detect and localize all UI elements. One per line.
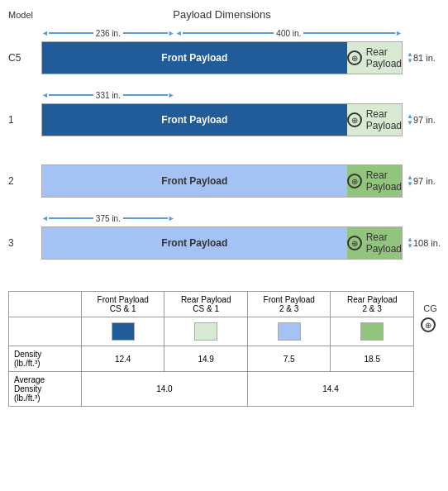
cg-column: CG ⊕ <box>414 279 440 332</box>
swatch-cs1-front <box>112 322 135 341</box>
model-section-3: ◄ 375 in. ► 3 Front Payload ⊕ Rear Paylo… <box>8 212 440 260</box>
m2-payload-bar: Front Payload ⊕ Rear Payload <box>41 164 403 198</box>
model-column-header: Model <box>8 10 41 20</box>
swatch-23-rear <box>360 322 384 341</box>
density-cs1-front: 12.4 <box>81 346 164 372</box>
c5-payload-bar: Front Payload ⊕ Rear Payload <box>41 41 403 74</box>
density-label: Density(lb./ft.³) <box>9 346 82 372</box>
header-row: Model Payload Dimensions <box>8 8 440 21</box>
c5-rear-dim: 400 in. <box>274 29 303 38</box>
c5-bar-row: C5 Front Payload ⊕ Rear Payload ▲ ▼ <box>8 41 440 74</box>
swatch-23-front <box>278 322 301 341</box>
m1-front-dim: 331 in. <box>93 91 123 100</box>
c5-rear-payload: ⊕ Rear Payload <box>347 42 402 74</box>
m2-cg-symbol: ⊕ <box>347 174 362 188</box>
table-header-cs1-rear: Rear PayloadCS & 1 <box>164 292 248 317</box>
density-cs1-rear: 14.9 <box>164 346 248 372</box>
arrow-right-c5-rear: ► <box>395 29 403 37</box>
m2-bar-row: 2 Front Payload ⊕ Rear Payload ▲ ▼ <box>8 164 440 198</box>
table-header-23-front: Front Payload2 & 3 <box>247 292 331 317</box>
m1-diagram: Front Payload ⊕ Rear Payload <box>41 103 403 136</box>
table-swatch-cs1-front <box>81 317 164 346</box>
m3-height: ▲ ▼ 108 in. <box>403 236 440 250</box>
table-wrapper: Front PayloadCS & 1 Rear PayloadCS & 1 F… <box>8 279 440 407</box>
avg-density-cs1: 14.0 <box>81 372 247 407</box>
table-swatch-row <box>9 317 414 346</box>
avg-density-row: AverageDensity(lb./ft.³) 14.0 14.4 <box>9 372 414 407</box>
model-section-c5: ◄ 236 in. ► ◄ 400 in. ► C5 Front Payload <box>8 27 440 74</box>
m2-rear-payload: ⊕ Rear Payload <box>347 165 402 197</box>
table-empty-header <box>9 292 82 317</box>
m2-diagram: Front Payload ⊕ Rear Payload <box>41 164 403 198</box>
m3-front-payload: Front Payload <box>42 227 347 259</box>
avg-density-label: AverageDensity(lb./ft.³) <box>9 372 82 407</box>
table-swatch-empty <box>9 317 82 346</box>
table-swatch-cs1-rear <box>164 317 248 346</box>
c5-height: ▲ ▼ 81 in. <box>403 51 440 64</box>
cg-label: CG <box>423 303 437 313</box>
m3-rear-payload: ⊕ Rear Payload <box>347 227 402 259</box>
c5-front-payload: Front Payload <box>42 42 347 74</box>
model-section-2: 2 Front Payload ⊕ Rear Payload ▲ ▼ <box>8 151 440 198</box>
m2-label: 2 <box>8 175 41 187</box>
table-header-cs1-front: Front PayloadCS & 1 <box>81 292 164 317</box>
payload-column-header: Payload Dimensions <box>41 8 403 21</box>
c5-label: C5 <box>8 52 41 64</box>
m2-height: ▲ ▼ 97 in. <box>403 174 440 188</box>
m3-cg-symbol: ⊕ <box>347 236 362 250</box>
m3-bar-row: 3 Front Payload ⊕ Rear Payload ▲ ▼ <box>8 226 440 260</box>
density-row: Density(lb./ft.³) 12.4 14.9 7.5 18.5 <box>9 346 414 372</box>
m1-front-payload: Front Payload <box>42 104 347 136</box>
m2-front-payload: Front Payload <box>42 165 347 197</box>
table-swatch-23-rear <box>331 317 414 346</box>
m3-payload-bar: Front Payload ⊕ Rear Payload <box>41 226 403 260</box>
cg-symbol-table: ⊕ <box>421 317 436 332</box>
density-23-rear: 18.5 <box>331 346 414 372</box>
avg-density-23: 14.4 <box>247 372 413 407</box>
table-header-23-rear: Rear Payload2 & 3 <box>331 292 414 317</box>
arrow-right-c5-front: ► <box>168 29 175 37</box>
m1-payload-bar: Front Payload ⊕ Rear Payload <box>41 103 403 136</box>
swatch-cs1-rear <box>194 322 217 341</box>
density-23-front: 7.5 <box>247 346 331 372</box>
table-header-row: Front PayloadCS & 1 Rear PayloadCS & 1 F… <box>9 292 414 317</box>
page-container: Model Payload Dimensions ◄ 236 in. ► ◄ 4… <box>8 8 440 407</box>
c5-cg-symbol: ⊕ <box>347 50 362 65</box>
m1-rear-payload: ⊕ Rear Payload <box>347 104 402 136</box>
arrow-left-c5-front: ◄ <box>41 29 49 37</box>
m1-bar-row: 1 Front Payload ⊕ Rear Payload ▲ ▼ <box>8 103 440 136</box>
table-swatch-23-front <box>247 317 331 346</box>
density-table: Front PayloadCS & 1 Rear PayloadCS & 1 F… <box>8 291 414 407</box>
m1-cg-symbol: ⊕ <box>347 112 362 127</box>
model-section-1: ◄ 331 in. ► 1 Front Payload ⊕ Rear Paylo… <box>8 89 440 136</box>
m3-front-dim: 375 in. <box>93 214 123 223</box>
arrow-left-c5-rear: ◄ <box>175 29 183 37</box>
m3-label: 3 <box>8 237 41 249</box>
c5-front-dim: 236 in. <box>93 29 123 38</box>
m1-height: ▲ ▼ 97 in. <box>403 113 440 126</box>
c5-diagram: Front Payload ⊕ Rear Payload <box>41 41 403 74</box>
m3-diagram: Front Payload ⊕ Rear Payload <box>41 226 403 260</box>
m1-label: 1 <box>8 114 41 126</box>
